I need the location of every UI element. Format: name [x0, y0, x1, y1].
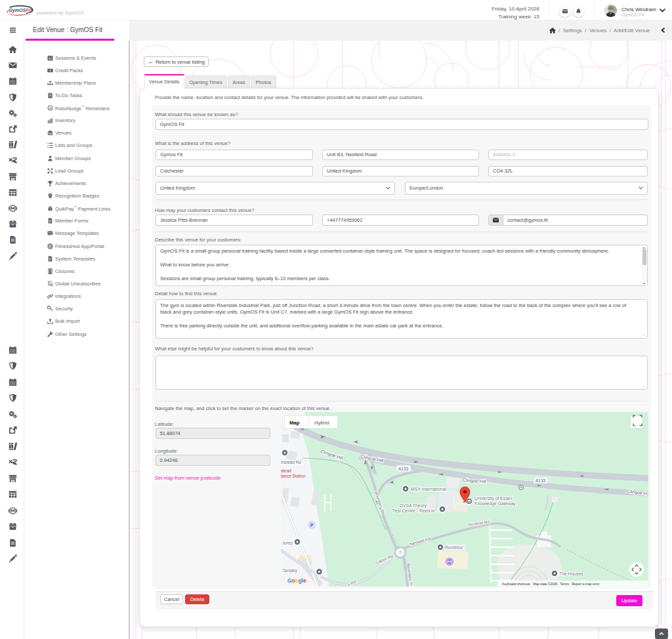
- svg-text:tures: tures: [283, 541, 293, 545]
- svg-text:Test Centre - Reed in...: Test Centre - Reed in...: [392, 508, 438, 513]
- svg-text:MSX International: MSX International: [411, 487, 447, 491]
- svg-text:Powered by GymOS: Powered by GymOS: [16, 14, 30, 16]
- svg-text:stead: stead: [281, 468, 291, 473]
- svg-text:Hybrid: Hybrid: [314, 420, 329, 426]
- svg-text:Knowledge Gateway..: Knowledge Gateway..: [474, 501, 518, 506]
- svg-text:A133: A133: [536, 478, 546, 483]
- svg-text:e: e: [303, 577, 306, 584]
- svg-text:DVSA Theory: DVSA Theory: [400, 503, 427, 508]
- svg-text:Map: Map: [289, 420, 300, 426]
- svg-text:P: P: [310, 523, 314, 527]
- svg-text:Fit: Fit: [26, 8, 32, 12]
- svg-text:Keyboard shortcuts Map data: Keyboard shortcuts Map data ©2026 Terms …: [502, 582, 600, 586]
- svg-text:lance Station: lance Station: [281, 474, 306, 478]
- svg-text:GymOS: GymOS: [9, 8, 26, 13]
- svg-text:Tansley: Tansley: [282, 568, 298, 573]
- svg-text:mstead Rd: mstead Rd: [281, 460, 301, 464]
- svg-text:A133: A133: [398, 466, 409, 471]
- svg-text:RevWise: RevWise: [445, 545, 463, 550]
- svg-text:The Houses: The Houses: [559, 571, 583, 576]
- svg-text:University of Essex: University of Essex: [474, 496, 513, 501]
